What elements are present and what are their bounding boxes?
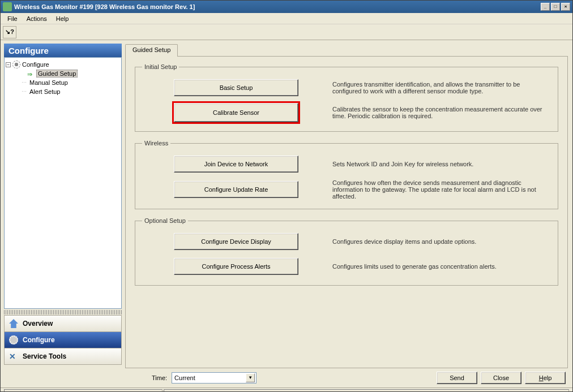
tree-connector-icon: ⋯	[22, 80, 26, 85]
configure-update-rate-button[interactable]: Configure Update Rate	[174, 181, 298, 198]
status-spacer	[164, 389, 569, 393]
configure-device-display-button[interactable]: Configure Device Display	[174, 233, 298, 250]
configure-process-alerts-button[interactable]: Configure Process Alerts	[174, 258, 298, 275]
basic-setup-description: Configures transmitter identification, a…	[332, 81, 551, 94]
group-initial-setup: Initial Setup Basic Setup Configures tra…	[135, 63, 558, 132]
help-button-suffix: elp	[544, 374, 552, 381]
help-button[interactable]: Help	[525, 372, 566, 384]
configure-update-rate-description: Configures how often the device sends me…	[332, 179, 551, 200]
nav-configure[interactable]: Configure	[4, 331, 122, 348]
right-pane: Guided Setup Initial Setup Basic Setup C…	[125, 40, 572, 368]
menu-actions[interactable]: Actions	[22, 14, 52, 23]
join-device-description: Sets Network ID and Join Key for wireles…	[332, 161, 551, 167]
tree-view[interactable]: − Configure Guided Setup ⋯ Manual Setup …	[4, 57, 122, 309]
menubar: File Actions Help	[1, 13, 572, 24]
gear-icon	[9, 335, 18, 344]
join-device-button[interactable]: Join Device to Network	[174, 156, 298, 173]
nav-label: Service Tools	[23, 352, 66, 360]
context-help-button[interactable]: ↘?	[3, 26, 16, 38]
bottom-bar: Time: Current ▼ Send Close Help	[1, 368, 572, 387]
group-legend: Optional Setup	[142, 217, 188, 224]
menu-file[interactable]: File	[3, 14, 22, 23]
left-pane: Configure − Configure Guided Setup ⋯ Man…	[1, 40, 125, 368]
tools-icon	[9, 352, 18, 361]
chevron-down-icon: ▼	[246, 373, 255, 382]
nav-label: Overview	[23, 320, 53, 328]
tree-root-label: Configure	[22, 61, 49, 68]
tab-panel-guided-setup: Initial Setup Basic Setup Configures tra…	[125, 56, 568, 368]
group-optional-setup: Optional Setup Configure Device Display …	[135, 217, 558, 286]
time-select[interactable]: Current ▼	[172, 372, 256, 384]
calibrate-sensor-description: Calibrates the sensor to keep the concen…	[332, 106, 551, 119]
titlebar: Wireless Gas Monitor #199 [928 Wireless …	[1, 1, 572, 13]
time-select-value: Current	[174, 374, 195, 381]
basic-setup-button[interactable]: Basic Setup	[174, 79, 298, 96]
group-legend: Initial Setup	[142, 63, 179, 70]
app-icon	[3, 2, 12, 11]
window-controls: _ □ ×	[541, 3, 570, 11]
status-text: Device last synchronized: 10/6/2017 3:21…	[4, 389, 163, 393]
time-label: Time:	[152, 374, 167, 381]
splitter-grip[interactable]	[4, 310, 122, 315]
tree-item-label: Alert Setup	[28, 88, 62, 96]
arrow-help-icon: ↘?	[5, 28, 14, 36]
calibrate-sensor-button[interactable]: Calibrate Sensor	[174, 103, 298, 122]
group-wireless: Wireless Join Device to Network Sets Net…	[135, 140, 558, 209]
toolbar: ↘?	[1, 24, 572, 40]
tree-item-label: Manual Setup	[28, 79, 70, 87]
tree-item-guided-setup[interactable]: Guided Setup	[20, 69, 120, 78]
home-icon	[9, 319, 18, 328]
tree-collapse-icon[interactable]: −	[6, 62, 11, 67]
tree-item-alert-setup[interactable]: ⋯ Alert Setup	[20, 87, 120, 96]
left-pane-header: Configure	[4, 44, 122, 57]
configure-device-display-description: Configures device display items and upda…	[332, 238, 551, 245]
maximize-button[interactable]: □	[551, 3, 560, 11]
status-bar: Device last synchronized: 10/6/2017 3:21…	[1, 387, 572, 392]
nav-label: Configure	[23, 336, 55, 344]
tree-item-manual-setup[interactable]: ⋯ Manual Setup	[20, 78, 120, 87]
tree-root-configure[interactable]: − Configure	[6, 60, 120, 69]
menu-help[interactable]: Help	[52, 14, 74, 23]
send-button[interactable]: Send	[437, 372, 477, 384]
window-title: Wireless Gas Monitor #199 [928 Wireless …	[14, 3, 541, 10]
arrow-right-icon	[27, 71, 35, 76]
close-button[interactable]: Close	[481, 372, 521, 384]
tree-connector-icon: ⋯	[22, 89, 26, 94]
nav-service-tools[interactable]: Service Tools	[4, 348, 122, 365]
gear-icon	[12, 61, 20, 68]
configure-process-alerts-description: Configures limits used to generate gas c…	[332, 263, 551, 270]
tree-item-label: Guided Setup	[36, 70, 78, 77]
close-window-button[interactable]: ×	[561, 3, 570, 11]
minimize-button[interactable]: _	[541, 3, 550, 11]
nav-overview[interactable]: Overview	[4, 315, 122, 332]
tab-guided-setup[interactable]: Guided Setup	[125, 44, 178, 57]
group-legend: Wireless	[142, 140, 170, 147]
